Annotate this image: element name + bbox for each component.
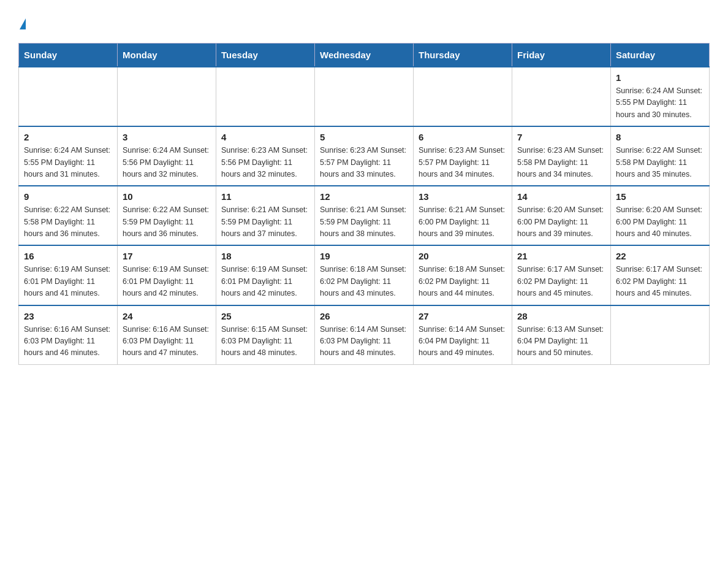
day-number: 8: [616, 132, 704, 142]
day-info: Sunrise: 6:21 AM Sunset: 5:59 PM Dayligh…: [221, 204, 309, 240]
day-number: 22: [616, 251, 704, 261]
day-number: 20: [419, 251, 507, 261]
day-info: Sunrise: 6:19 AM Sunset: 6:01 PM Dayligh…: [123, 264, 211, 299]
day-info: Sunrise: 6:22 AM Sunset: 5:58 PM Dayligh…: [616, 145, 704, 180]
day-number: 24: [123, 311, 211, 321]
day-info: Sunrise: 6:23 AM Sunset: 5:58 PM Dayligh…: [517, 145, 605, 180]
day-info: Sunrise: 6:20 AM Sunset: 6:00 PM Dayligh…: [616, 204, 704, 240]
day-number: 21: [517, 251, 605, 261]
day-number: 7: [517, 132, 605, 142]
day-info: Sunrise: 6:24 AM Sunset: 5:56 PM Dayligh…: [123, 145, 211, 180]
day-info: Sunrise: 6:18 AM Sunset: 6:02 PM Dayligh…: [320, 264, 408, 299]
week-row-5: 23Sunrise: 6:16 AM Sunset: 6:03 PM Dayli…: [19, 305, 710, 365]
day-info: Sunrise: 6:21 AM Sunset: 6:00 PM Dayligh…: [419, 204, 507, 240]
day-info: Sunrise: 6:22 AM Sunset: 5:58 PM Dayligh…: [24, 204, 112, 240]
day-number: 16: [24, 251, 112, 261]
day-number: 19: [320, 251, 408, 261]
day-number: 26: [320, 311, 408, 321]
day-number: 6: [419, 132, 507, 142]
day-number: 3: [123, 132, 211, 142]
day-info: Sunrise: 6:17 AM Sunset: 6:02 PM Dayligh…: [616, 264, 704, 299]
day-info: Sunrise: 6:18 AM Sunset: 6:02 PM Dayligh…: [419, 264, 507, 299]
day-number: 12: [320, 191, 408, 202]
day-number: 11: [221, 191, 309, 202]
day-number: 27: [419, 311, 507, 321]
calendar-cell: 26Sunrise: 6:14 AM Sunset: 6:03 PM Dayli…: [315, 305, 414, 365]
calendar-cell: 28Sunrise: 6:13 AM Sunset: 6:04 PM Dayli…: [512, 305, 611, 365]
calendar-cell: 22Sunrise: 6:17 AM Sunset: 6:02 PM Dayli…: [611, 245, 710, 305]
calendar-cell: 23Sunrise: 6:16 AM Sunset: 6:03 PM Dayli…: [19, 305, 118, 365]
day-number: 9: [24, 191, 112, 202]
calendar-cell: 8Sunrise: 6:22 AM Sunset: 5:58 PM Daylig…: [611, 126, 710, 186]
calendar-cell: [118, 67, 216, 126]
day-info: Sunrise: 6:19 AM Sunset: 6:01 PM Dayligh…: [221, 264, 309, 299]
calendar-cell: 9Sunrise: 6:22 AM Sunset: 5:58 PM Daylig…: [19, 186, 118, 245]
day-number: 18: [221, 251, 309, 261]
calendar-cell: 19Sunrise: 6:18 AM Sunset: 6:02 PM Dayli…: [315, 245, 414, 305]
day-info: Sunrise: 6:24 AM Sunset: 5:55 PM Dayligh…: [616, 85, 704, 121]
day-info: Sunrise: 6:14 AM Sunset: 6:03 PM Dayligh…: [320, 324, 408, 359]
calendar-cell: 11Sunrise: 6:21 AM Sunset: 5:59 PM Dayli…: [216, 186, 315, 245]
day-number: 2: [24, 132, 112, 142]
column-header-thursday: Thursday: [414, 44, 512, 67]
calendar-cell: [315, 67, 414, 126]
calendar-cell: 18Sunrise: 6:19 AM Sunset: 6:01 PM Dayli…: [216, 245, 315, 305]
day-info: Sunrise: 6:22 AM Sunset: 5:59 PM Dayligh…: [123, 204, 211, 240]
calendar-cell: [414, 67, 512, 126]
week-row-1: 1Sunrise: 6:24 AM Sunset: 5:55 PM Daylig…: [19, 67, 710, 126]
column-header-saturday: Saturday: [611, 44, 710, 67]
calendar-cell: 12Sunrise: 6:21 AM Sunset: 5:59 PM Dayli…: [315, 186, 414, 245]
column-header-monday: Monday: [118, 44, 216, 67]
day-info: Sunrise: 6:21 AM Sunset: 5:59 PM Dayligh…: [320, 204, 408, 240]
calendar-cell: 20Sunrise: 6:18 AM Sunset: 6:02 PM Dayli…: [414, 245, 512, 305]
day-number: 1: [616, 72, 704, 83]
logo: [18, 18, 26, 31]
day-number: 25: [221, 311, 309, 321]
day-info: Sunrise: 6:17 AM Sunset: 6:02 PM Dayligh…: [517, 264, 605, 299]
calendar-cell: 4Sunrise: 6:23 AM Sunset: 5:56 PM Daylig…: [216, 126, 315, 186]
day-info: Sunrise: 6:23 AM Sunset: 5:57 PM Dayligh…: [320, 145, 408, 180]
calendar-cell: 14Sunrise: 6:20 AM Sunset: 6:00 PM Dayli…: [512, 186, 611, 245]
calendar-cell: 2Sunrise: 6:24 AM Sunset: 5:55 PM Daylig…: [19, 126, 118, 186]
day-info: Sunrise: 6:24 AM Sunset: 5:55 PM Dayligh…: [24, 145, 112, 180]
day-number: 5: [320, 132, 408, 142]
day-info: Sunrise: 6:16 AM Sunset: 6:03 PM Dayligh…: [123, 324, 211, 359]
day-info: Sunrise: 6:14 AM Sunset: 6:04 PM Dayligh…: [419, 324, 507, 359]
day-number: 15: [616, 191, 704, 202]
calendar-cell: 1Sunrise: 6:24 AM Sunset: 5:55 PM Daylig…: [611, 67, 710, 126]
calendar-cell: 27Sunrise: 6:14 AM Sunset: 6:04 PM Dayli…: [414, 305, 512, 365]
calendar-cell: 7Sunrise: 6:23 AM Sunset: 5:58 PM Daylig…: [512, 126, 611, 186]
calendar-cell: 16Sunrise: 6:19 AM Sunset: 6:01 PM Dayli…: [19, 245, 118, 305]
day-info: Sunrise: 6:19 AM Sunset: 6:01 PM Dayligh…: [24, 264, 112, 299]
column-header-sunday: Sunday: [19, 44, 118, 67]
logo-triangle-icon: [20, 18, 26, 29]
calendar-cell: [611, 305, 710, 365]
calendar-cell: 5Sunrise: 6:23 AM Sunset: 5:57 PM Daylig…: [315, 126, 414, 186]
day-info: Sunrise: 6:23 AM Sunset: 5:57 PM Dayligh…: [419, 145, 507, 180]
calendar-cell: 10Sunrise: 6:22 AM Sunset: 5:59 PM Dayli…: [118, 186, 216, 245]
calendar-cell: [512, 67, 611, 126]
day-info: Sunrise: 6:15 AM Sunset: 6:03 PM Dayligh…: [221, 324, 309, 359]
calendar-cell: [19, 67, 118, 126]
calendar-cell: 13Sunrise: 6:21 AM Sunset: 6:00 PM Dayli…: [414, 186, 512, 245]
calendar-cell: 15Sunrise: 6:20 AM Sunset: 6:00 PM Dayli…: [611, 186, 710, 245]
calendar-table: SundayMondayTuesdayWednesdayThursdayFrid…: [18, 43, 710, 365]
day-number: 23: [24, 311, 112, 321]
day-number: 13: [419, 191, 507, 202]
day-number: 14: [517, 191, 605, 202]
day-number: 4: [221, 132, 309, 142]
calendar-cell: 17Sunrise: 6:19 AM Sunset: 6:01 PM Dayli…: [118, 245, 216, 305]
calendar-cell: 24Sunrise: 6:16 AM Sunset: 6:03 PM Dayli…: [118, 305, 216, 365]
calendar-cell: 21Sunrise: 6:17 AM Sunset: 6:02 PM Dayli…: [512, 245, 611, 305]
day-number: 28: [517, 311, 605, 321]
column-header-friday: Friday: [512, 44, 611, 67]
calendar-cell: [216, 67, 315, 126]
calendar-header-row: SundayMondayTuesdayWednesdayThursdayFrid…: [19, 44, 710, 67]
calendar-cell: 3Sunrise: 6:24 AM Sunset: 5:56 PM Daylig…: [118, 126, 216, 186]
calendar-cell: 25Sunrise: 6:15 AM Sunset: 6:03 PM Dayli…: [216, 305, 315, 365]
day-number: 17: [123, 251, 211, 261]
day-info: Sunrise: 6:13 AM Sunset: 6:04 PM Dayligh…: [517, 324, 605, 359]
week-row-2: 2Sunrise: 6:24 AM Sunset: 5:55 PM Daylig…: [19, 126, 710, 186]
column-header-wednesday: Wednesday: [315, 44, 414, 67]
column-header-tuesday: Tuesday: [216, 44, 315, 67]
